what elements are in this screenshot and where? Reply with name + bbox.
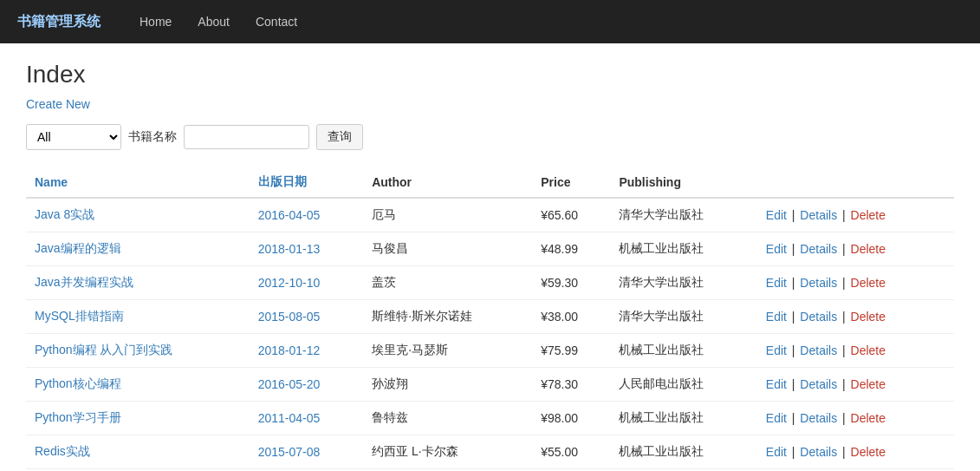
cell-date: 2012-10-10 — [250, 266, 364, 300]
book-name-link[interactable]: Java并发编程实战 — [35, 275, 133, 289]
nav-item-contact: Contact — [243, 2, 310, 42]
cell-actions: Edit | Details | Delete — [757, 232, 954, 266]
col-price: Price — [532, 167, 610, 198]
navbar-brand[interactable]: 书籍管理系统 — [17, 13, 101, 31]
cell-date: 2018-01-12 — [250, 334, 364, 368]
cell-price: ¥59.30 — [532, 266, 610, 300]
details-link[interactable]: Details — [800, 343, 837, 357]
cell-date: 2016-05-20 — [250, 368, 364, 402]
cell-actions: Edit | Details | Delete — [757, 435, 954, 469]
table-row: Java并发编程实战 2012-10-10 盖茨 ¥59.30 清华大学出版社 … — [26, 266, 954, 300]
cell-publishing: 机械工业出版社 — [610, 435, 756, 469]
search-label: 书籍名称 — [128, 129, 177, 145]
edit-link[interactable]: Edit — [766, 343, 787, 357]
create-new-link[interactable]: Create New — [26, 97, 90, 111]
cell-actions: Edit | Details | Delete — [757, 334, 954, 368]
table-header: Name 出版日期 Author Price Publishing — [26, 167, 954, 198]
details-link[interactable]: Details — [800, 445, 837, 459]
nav-link-contact[interactable]: Contact — [243, 2, 310, 42]
edit-link[interactable]: Edit — [766, 445, 787, 459]
edit-link[interactable]: Edit — [766, 242, 787, 256]
cell-publishing: 清华大学出版社 — [610, 300, 756, 334]
book-name-link[interactable]: Python核心编程 — [35, 376, 121, 390]
details-link[interactable]: Details — [800, 242, 837, 256]
cell-author: 鲁特兹 — [363, 402, 532, 435]
cell-name: Python学习手册 — [26, 402, 250, 435]
cell-price: ¥98.00 — [532, 402, 610, 435]
cell-name: Python编程 从入门到实践 — [26, 334, 250, 368]
col-author: Author — [363, 167, 532, 198]
table-row: Python编程 从入门到实践 2018-01-12 埃里克·马瑟斯 ¥75.9… — [26, 334, 954, 368]
cell-actions: Edit | Details | Delete — [757, 198, 954, 232]
navbar-nav: Home About Contact — [127, 2, 310, 42]
table-row: Python核心编程 2016-05-20 孙波翔 ¥78.30 人民邮电出版社… — [26, 368, 954, 402]
nav-link-home[interactable]: Home — [127, 2, 185, 42]
table-row: Java 8实战 2016-04-05 厄马 ¥65.60 清华大学出版社 Ed… — [26, 198, 954, 232]
book-name-link[interactable]: Python学习手册 — [35, 410, 121, 424]
col-publishing: Publishing — [610, 167, 756, 198]
cell-price: ¥48.99 — [532, 232, 610, 266]
table-row: Java编程的逻辑 2018-01-13 马俊昌 ¥48.99 机械工业出版社 … — [26, 232, 954, 266]
col-actions — [757, 167, 954, 198]
cell-publishing: 人民邮电出版社 — [610, 368, 756, 402]
delete-link[interactable]: Delete — [851, 377, 886, 391]
cell-publishing: 清华大学出版社 — [610, 198, 756, 232]
cell-name: Redis实战 — [26, 435, 250, 469]
book-name-link[interactable]: Java编程的逻辑 — [35, 241, 121, 255]
cell-author: 斯维特·斯米尔诺娃 — [363, 300, 532, 334]
book-name-link[interactable]: Python编程 从入门到实践 — [35, 343, 172, 357]
table-row: Python学习手册 2011-04-05 鲁特兹 ¥98.00 机械工业出版社… — [26, 402, 954, 435]
table-row: Redis实战 2015-07-08 约西亚 L·卡尔森 ¥55.00 机械工业… — [26, 435, 954, 469]
book-name-link[interactable]: Redis实战 — [35, 444, 90, 458]
cell-publishing: 机械工业出版社 — [610, 334, 756, 368]
cell-author: 约西亚 L·卡尔森 — [363, 435, 532, 469]
cell-name: Java并发编程实战 — [26, 266, 250, 300]
details-link[interactable]: Details — [800, 208, 837, 222]
cell-name: Python核心编程 — [26, 368, 250, 402]
cell-author: 孙波翔 — [363, 368, 532, 402]
book-name-link[interactable]: MySQL排错指南 — [35, 309, 124, 323]
cell-actions: Edit | Details | Delete — [757, 402, 954, 435]
delete-link[interactable]: Delete — [851, 411, 886, 425]
nav-item-home: Home — [127, 2, 185, 42]
page-title: Index — [26, 61, 954, 88]
delete-link[interactable]: Delete — [851, 276, 886, 290]
delete-link[interactable]: Delete — [851, 445, 886, 459]
cell-author: 厄马 — [363, 198, 532, 232]
cell-date: 2015-08-05 — [250, 300, 364, 334]
cell-date: 2018-01-13 — [250, 232, 364, 266]
details-link[interactable]: Details — [800, 310, 837, 324]
search-input[interactable] — [184, 125, 309, 149]
table-row: MySQL排错指南 2015-08-05 斯维特·斯米尔诺娃 ¥38.00 清华… — [26, 300, 954, 334]
edit-link[interactable]: Edit — [766, 310, 787, 324]
cell-actions: Edit | Details | Delete — [757, 300, 954, 334]
cell-price: ¥38.00 — [532, 300, 610, 334]
edit-link[interactable]: Edit — [766, 411, 787, 425]
cell-actions: Edit | Details | Delete — [757, 368, 954, 402]
details-link[interactable]: Details — [800, 377, 837, 391]
category-select[interactable]: All — [26, 124, 121, 150]
col-name: Name — [26, 167, 250, 198]
cell-name: Java编程的逻辑 — [26, 232, 250, 266]
navbar: 书籍管理系统 Home About Contact — [0, 0, 980, 43]
cell-price: ¥78.30 — [532, 368, 610, 402]
col-date: 出版日期 — [250, 167, 364, 198]
details-link[interactable]: Details — [800, 276, 837, 290]
cell-name: MySQL排错指南 — [26, 300, 250, 334]
edit-link[interactable]: Edit — [766, 208, 787, 222]
cell-publishing: 机械工业出版社 — [610, 402, 756, 435]
book-name-link[interactable]: Java 8实战 — [35, 207, 94, 221]
edit-link[interactable]: Edit — [766, 276, 787, 290]
search-button[interactable]: 查询 — [316, 124, 363, 150]
nav-link-about[interactable]: About — [185, 2, 243, 42]
cell-publishing: 机械工业出版社 — [610, 232, 756, 266]
delete-link[interactable]: Delete — [851, 242, 886, 256]
delete-link[interactable]: Delete — [851, 208, 886, 222]
main-container: Index Create New All 书籍名称 查询 Name 出版日期 A… — [0, 43, 980, 471]
delete-link[interactable]: Delete — [851, 310, 886, 324]
delete-link[interactable]: Delete — [851, 343, 886, 357]
cell-date: 2015-07-08 — [250, 435, 364, 469]
edit-link[interactable]: Edit — [766, 377, 787, 391]
cell-actions: Edit | Details | Delete — [757, 266, 954, 300]
details-link[interactable]: Details — [800, 411, 837, 425]
